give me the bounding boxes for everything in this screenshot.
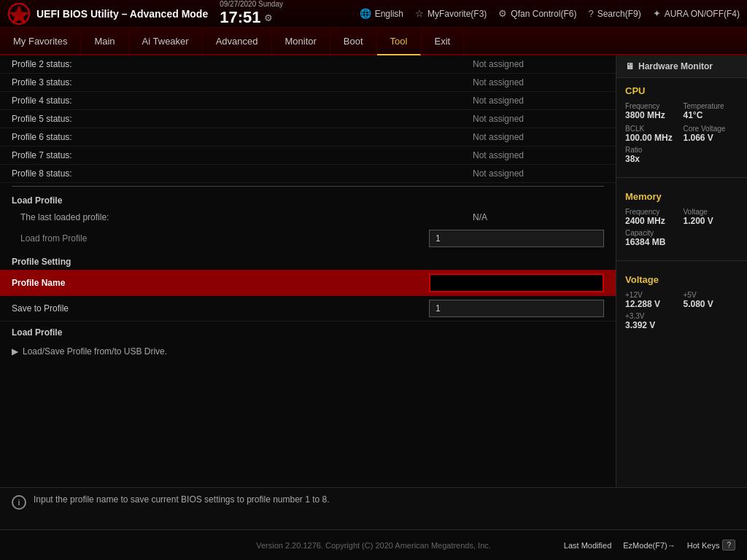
nav-bar: My Favorites Main Ai Tweaker Advanced Mo…	[0, 28, 747, 55]
globe-icon: 🌐	[360, 8, 371, 19]
last-modified-button[interactable]: Last Modified	[564, 541, 611, 550]
load-from-profile-input[interactable]	[429, 230, 604, 247]
cpu-core-voltage-item: Core Voltage 1.066 V	[684, 125, 739, 143]
memory-section: Memory Frequency 2400 MHz Voltage 1.200 …	[616, 184, 747, 254]
table-row[interactable]: Profile 2 status: Not assigned	[0, 55, 616, 74]
svg-point-2	[15, 10, 23, 18]
info-bar: i Input the profile name to save current…	[0, 487, 747, 529]
hw-monitor-title: 🖥 Hardware Monitor	[616, 55, 747, 78]
table-row[interactable]: Profile 7 status: Not assigned	[0, 147, 616, 165]
info-text: Input the profile name to save current B…	[34, 494, 330, 506]
settings-icon[interactable]: ⚙	[264, 12, 273, 23]
favorite-icon: ☆	[415, 8, 424, 19]
save-to-profile-row[interactable]: Save to Profile	[0, 296, 616, 322]
bios-title: UEFI BIOS Utility – Advanced Mode	[36, 8, 208, 20]
nav-monitor[interactable]: Monitor	[272, 28, 330, 54]
v12-item: +12V 12.288 V	[625, 291, 681, 309]
footer-bar: Version 2.20.1276. Copyright (C) 2020 Am…	[0, 529, 747, 560]
nav-advanced[interactable]: Advanced	[203, 28, 272, 54]
hw-divider-2	[616, 260, 747, 261]
nav-my-favorites[interactable]: My Favorites	[0, 28, 81, 54]
v33-item: +3.3V 3.392 V	[625, 312, 738, 330]
aura-icon: ✦	[653, 8, 661, 19]
footer-right: Last Modified EzMode(F7)→ Hot Keys ?	[554, 540, 735, 551]
time-display: 17:51	[220, 8, 260, 27]
memory-frequency-item: Frequency 2400 MHz	[625, 208, 681, 226]
save-to-profile-input[interactable]	[429, 300, 604, 317]
fan-icon: ⚙	[498, 8, 507, 19]
qfan-tool[interactable]: ⚙ Qfan Control(F6)	[498, 8, 576, 19]
memory-voltage-item: Voltage 1.200 V	[684, 208, 739, 226]
cpu-temperature-item: Temperature 41°C	[684, 102, 739, 120]
last-loaded-row: The last loaded profile: N/A	[0, 209, 616, 226]
load-profile-section-header: Load Profile	[0, 190, 616, 209]
info-icon: i	[12, 495, 26, 510]
main-layout: Profile 2 status: Not assigned Profile 3…	[0, 55, 747, 487]
header-tools: 🌐 English ☆ MyFavorite(F3) ⚙ Qfan Contro…	[360, 8, 740, 19]
memory-grid: Frequency 2400 MHz Voltage 1.200 V	[625, 208, 738, 226]
content-area: Profile 2 status: Not assigned Profile 3…	[0, 55, 616, 487]
table-row[interactable]: Profile 6 status: Not assigned	[0, 128, 616, 147]
profile-setting-header: Profile Setting	[0, 251, 616, 270]
usb-drive-row[interactable]: ▶ Load/Save Profile from/to USB Drive.	[0, 341, 616, 362]
nav-tool[interactable]: Tool	[377, 28, 422, 55]
memory-capacity-item: Capacity 16384 MB	[625, 229, 738, 247]
voltage-section-title: Voltage	[625, 274, 738, 285]
table-row[interactable]: Profile 4 status: Not assigned	[0, 92, 616, 110]
cpu-grid: Frequency 3800 MHz Temperature 41°C BCLK…	[625, 102, 738, 143]
nav-exit[interactable]: Exit	[421, 28, 464, 54]
table-row[interactable]: Profile 8 status: Not assigned	[0, 165, 616, 183]
footer-copyright: Version 2.20.1276. Copyright (C) 2020 Am…	[193, 541, 554, 550]
header-bar: UEFI BIOS Utility – Advanced Mode 09/27/…	[0, 0, 747, 28]
nav-boot[interactable]: Boot	[330, 28, 377, 54]
cpu-section: CPU Frequency 3800 MHz Temperature 41°C …	[616, 78, 747, 171]
nav-main[interactable]: Main	[81, 28, 128, 54]
memory-section-title: Memory	[625, 191, 738, 202]
load-profile-bottom-header: Load Profile	[0, 322, 616, 341]
aura-tool[interactable]: ✦ AURA ON/OFF(F4)	[653, 8, 740, 19]
table-row[interactable]: Profile 5 status: Not assigned	[0, 110, 616, 128]
cpu-bclk-item: BCLK 100.00 MHz	[625, 125, 681, 143]
profile-name-row[interactable]: Profile Name	[0, 270, 616, 296]
nav-ai-tweaker[interactable]: Ai Tweaker	[129, 28, 203, 54]
voltage-section: Voltage +12V 12.288 V +5V 5.080 V +3.3V …	[616, 267, 747, 338]
table-row[interactable]: Profile 3 status: Not assigned	[0, 74, 616, 92]
divider	[12, 186, 604, 187]
hardware-monitor: 🖥 Hardware Monitor CPU Frequency 3800 MH…	[616, 55, 747, 487]
profile-name-input[interactable]	[429, 273, 604, 292]
date-text: 09/27/2020 Sunday	[220, 0, 283, 8]
language-tool[interactable]: 🌐 English	[360, 8, 403, 19]
cpu-frequency-item: Frequency 3800 MHz	[625, 102, 681, 120]
voltage-grid: +12V 12.288 V +5V 5.080 V	[625, 291, 738, 309]
hot-keys-button[interactable]: Hot Keys ?	[687, 540, 735, 551]
arrow-right-icon: ▶	[12, 346, 18, 357]
myfavorite-tool[interactable]: ☆ MyFavorite(F3)	[415, 8, 487, 19]
cpu-ratio-item: Ratio 38x	[625, 146, 738, 164]
load-from-profile-row[interactable]: Load from Profile	[0, 226, 616, 251]
search-icon: ?	[588, 8, 593, 19]
search-tool[interactable]: ? Search(F9)	[588, 8, 640, 19]
hw-divider-1	[616, 177, 747, 178]
time-area: 09/27/2020 Sunday 17:51 ⚙	[220, 0, 285, 27]
logo-area: UEFI BIOS Utility – Advanced Mode	[7, 2, 208, 26]
rog-logo	[7, 2, 31, 26]
cpu-section-title: CPU	[625, 85, 738, 96]
v5-item: +5V 5.080 V	[684, 291, 739, 309]
monitor-icon: 🖥	[625, 61, 634, 71]
ez-mode-button[interactable]: EzMode(F7)→	[623, 541, 676, 550]
profile-table: Profile 2 status: Not assigned Profile 3…	[0, 55, 616, 183]
hot-keys-key: ?	[722, 540, 735, 551]
